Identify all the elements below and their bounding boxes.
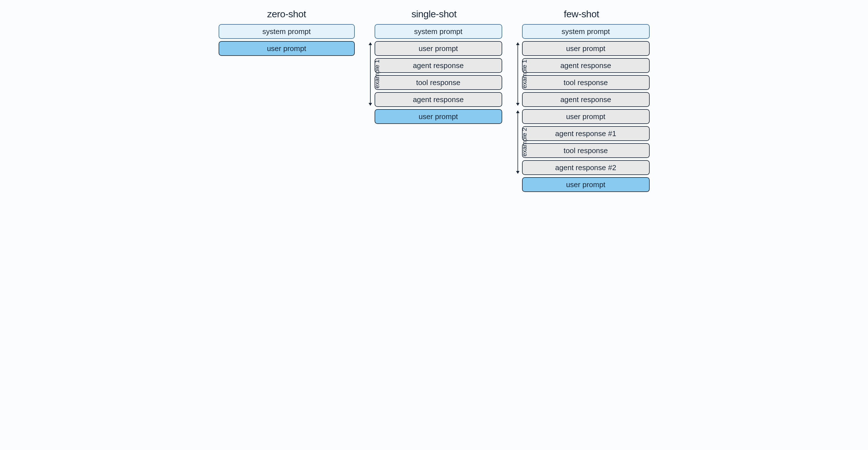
bracket-slot-empty [514,24,522,39]
bracket-slot-empty [366,24,375,39]
group: system prompt [514,24,650,39]
box-user-prompt: user prompt [522,109,650,124]
group-boxes: system prompt user prompt [219,24,355,56]
group-boxes: system prompt [522,24,650,39]
group-boxes: user prompt agent response tool response… [522,41,650,107]
group-boxes: system prompt [375,24,502,39]
group-example-1: example 1 user prompt agent response too… [366,41,502,107]
group-boxes: user prompt agent response #1 tool respo… [522,109,650,175]
box-tool-response: tool response [522,143,650,158]
box-tool-response: tool response [522,75,650,90]
column-title: few-shot [564,8,599,20]
bracket-slot: example 2 [514,109,522,175]
box-tool-response: tool response [375,75,502,90]
box-agent-response-1: agent response #1 [522,126,650,141]
group-boxes: user prompt [375,109,502,124]
group: system prompt user prompt [219,24,355,56]
group: user prompt [366,109,502,124]
bracket-slot: example 1 [366,41,375,107]
bracket-label: example 2 [521,128,528,157]
column-stack: system prompt example 1 user prompt agen… [366,24,502,124]
group-boxes: user prompt agent response tool response… [375,41,502,107]
bracket-arrow-icon: example 1 [368,42,373,106]
box-user-prompt-active: user prompt [219,41,355,56]
group: user prompt [514,177,650,192]
box-system-prompt: system prompt [219,24,355,39]
box-user-prompt: user prompt [522,41,650,56]
bracket-label: example 1 [373,60,380,89]
box-user-prompt: user prompt [375,41,502,56]
box-agent-response: agent response [375,92,502,107]
column-single-shot: single-shot system prompt example 1 [366,8,502,124]
bracket-slot-empty [514,177,522,192]
box-user-prompt-active: user prompt [522,177,650,192]
box-user-prompt-active: user prompt [375,109,502,124]
bracket-slot-empty [366,109,375,124]
column-stack: system prompt user prompt [219,24,355,56]
group-boxes: user prompt [522,177,650,192]
box-agent-response: agent response [375,58,502,73]
box-system-prompt: system prompt [522,24,650,39]
bracket-slot: example 1 [514,41,522,107]
column-zero-shot: zero-shot system prompt user prompt [219,8,355,56]
diagram-root: zero-shot system prompt user prompt sing… [219,8,650,192]
bracket-label: example 1 [521,60,528,89]
column-few-shot: few-shot system prompt example 1 [514,8,650,192]
group-example-1: example 1 user prompt agent response too… [514,41,650,107]
box-agent-response-2: agent response #2 [522,160,650,175]
column-title: single-shot [411,8,457,20]
group-example-2: example 2 user prompt agent response #1 … [514,109,650,175]
column-stack: system prompt example 1 user prompt agen… [514,24,650,192]
bracket-arrow-icon: example 1 [515,42,520,106]
bracket-arrow-icon: example 2 [515,110,520,174]
column-title: zero-shot [267,8,306,20]
group: system prompt [366,24,502,39]
box-agent-response: agent response [522,58,650,73]
box-agent-response: agent response [522,92,650,107]
box-system-prompt: system prompt [375,24,502,39]
